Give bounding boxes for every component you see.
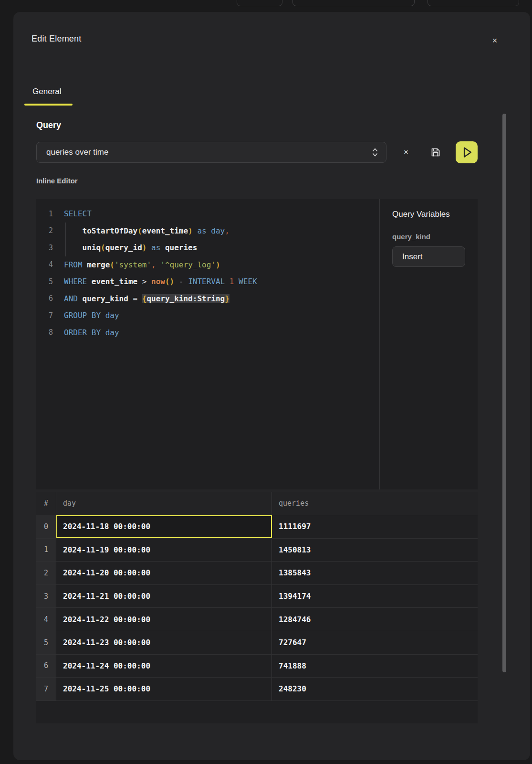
day-cell-selected[interactable]: 2024-11-18 00:00:00 <box>56 515 272 538</box>
row-index-cell: 0 <box>36 515 56 538</box>
row-index-cell: 3 <box>36 585 56 608</box>
line-number: 6 <box>36 294 64 303</box>
clear-query-button[interactable]: × <box>399 146 413 159</box>
inline-editor-label: Inline Editor <box>36 177 78 185</box>
table-row: 42024-11-22 00:00:001284746 <box>36 608 478 631</box>
table-row: 12024-11-19 00:00:001450813 <box>36 539 478 562</box>
code-area[interactable]: 1SELECT2 toStartOfDay(event_time) as day… <box>36 199 379 489</box>
sql-editor: 1SELECT2 toStartOfDay(event_time) as day… <box>36 199 478 489</box>
table-row: 72024-11-25 00:00:00248230 <box>36 678 478 701</box>
day-cell[interactable]: 2024-11-25 00:00:00 <box>56 678 272 700</box>
select-chevrons-icon <box>372 147 378 158</box>
row-index-cell: 4 <box>36 608 56 631</box>
day-cell[interactable]: 2024-11-19 00:00:00 <box>56 539 272 562</box>
line-number: 4 <box>36 260 64 269</box>
queries-cell[interactable]: 1284746 <box>272 608 478 631</box>
queries-cell[interactable]: 1111697 <box>272 515 478 538</box>
query-section-heading: Query <box>36 120 61 130</box>
code-line[interactable]: 5WHERE event_time > now() - INTERVAL 1 W… <box>36 273 379 290</box>
table-row: 22024-11-20 00:00:001385843 <box>36 562 478 585</box>
day-cell[interactable]: 2024-11-21 00:00:00 <box>56 585 272 608</box>
queries-cell[interactable]: 1450813 <box>272 539 478 562</box>
code-text: SELECT <box>64 209 92 218</box>
clear-icon: × <box>404 148 408 157</box>
queries-cell[interactable]: 1394174 <box>272 585 478 608</box>
row-index-cell: 2 <box>36 562 56 584</box>
day-cell[interactable]: 2024-11-23 00:00:00 <box>56 631 272 654</box>
queries-cell[interactable]: 741888 <box>272 655 478 678</box>
code-text: GROUP BY day <box>64 311 119 320</box>
code-text: ORDER BY day <box>64 328 119 337</box>
row-index-cell: 5 <box>36 631 56 654</box>
table-row: 62024-11-24 00:00:00741888 <box>36 655 478 678</box>
table-header-row: # day queries <box>36 492 478 515</box>
code-line[interactable]: 6AND query_kind = {query_kind:String} <box>36 290 379 308</box>
day-cell[interactable]: 2024-11-20 00:00:00 <box>56 562 272 584</box>
day-cell[interactable]: 2024-11-24 00:00:00 <box>56 655 272 678</box>
table-row: 32024-11-21 00:00:001394174 <box>36 585 478 608</box>
variable-name-label: query_kind <box>392 233 465 241</box>
play-icon <box>456 141 478 163</box>
background-control-outline <box>237 0 282 6</box>
code-text: uniq(query_id) as queries <box>64 243 197 252</box>
code-line[interactable]: 1SELECT <box>36 205 379 223</box>
background-control-outline <box>428 0 519 6</box>
queries-cell[interactable]: 727647 <box>272 631 478 654</box>
table-row: 02024-11-18 00:00:001111697 <box>36 515 478 539</box>
code-text: toStartOfDay(event_time) as day, <box>64 226 229 235</box>
modal-scrollbar-thumb[interactable] <box>502 114 506 672</box>
queries-cell[interactable]: 248230 <box>272 678 478 700</box>
query-select-value: queries over time <box>46 148 372 157</box>
save-button[interactable] <box>428 145 443 160</box>
tab-general[interactable]: General <box>32 87 61 96</box>
table-header-queries[interactable]: queries <box>272 492 478 515</box>
code-text: FROM merge('system', '^query_log') <box>64 260 220 269</box>
line-number: 7 <box>36 311 64 320</box>
query-variables-panel: Query Variables query_kind Insert <box>379 199 478 489</box>
code-text: WHERE event_time > now() - INTERVAL 1 WE… <box>64 277 257 286</box>
indent-guide <box>65 223 66 256</box>
table-footer <box>36 701 478 723</box>
query-variables-title: Query Variables <box>392 210 465 219</box>
run-query-button[interactable] <box>456 141 478 163</box>
day-cell[interactable]: 2024-11-22 00:00:00 <box>56 608 272 631</box>
modal-title: Edit Element <box>31 34 81 44</box>
save-icon <box>430 147 441 158</box>
line-number: 2 <box>36 226 64 235</box>
row-index-cell: 6 <box>36 655 56 678</box>
close-icon[interactable]: × <box>488 33 502 48</box>
code-line[interactable]: 2 toStartOfDay(event_time) as day, <box>36 223 379 240</box>
results-table: # day queries 02024-11-18 00:00:00111169… <box>36 492 478 723</box>
background-control-outline <box>292 0 415 6</box>
table-header-day[interactable]: day <box>56 492 272 515</box>
code-line[interactable]: 7GROUP BY day <box>36 307 379 324</box>
line-number: 3 <box>36 244 64 252</box>
table-row: 52024-11-23 00:00:00727647 <box>36 631 478 655</box>
code-line[interactable]: 4FROM merge('system', '^query_log') <box>36 256 379 274</box>
table-header-index: # <box>36 492 56 515</box>
insert-variable-button[interactable]: Insert <box>392 246 465 267</box>
line-number: 8 <box>36 328 64 337</box>
row-index-cell: 7 <box>36 678 56 700</box>
queries-cell[interactable]: 1385843 <box>272 562 478 584</box>
tab-active-underline <box>24 104 73 106</box>
edit-element-modal: Edit Element × General Query queries ove… <box>13 12 530 760</box>
code-line[interactable]: 3 uniq(query_id) as queries <box>36 239 379 256</box>
modal-header: Edit Element × <box>13 12 530 69</box>
row-index-cell: 1 <box>36 539 56 562</box>
code-line[interactable]: 8ORDER BY day <box>36 324 379 341</box>
line-number: 1 <box>36 210 64 218</box>
query-select[interactable]: queries over time <box>36 142 386 163</box>
line-number: 5 <box>36 277 64 286</box>
code-text: AND query_kind = {query_kind:String} <box>64 294 229 303</box>
